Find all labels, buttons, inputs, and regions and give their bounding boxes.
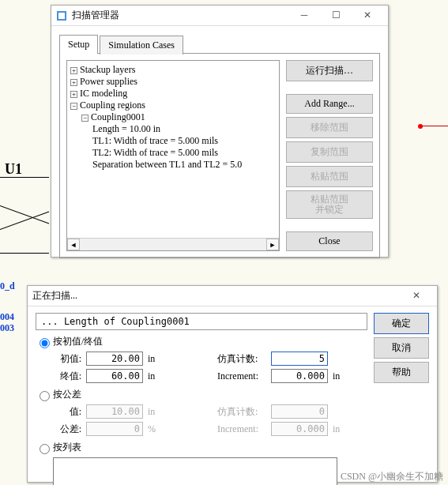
- radio-label: 按初值/终值: [53, 335, 103, 348]
- collapse-icon[interactable]: −: [70, 103, 77, 110]
- tab-simulation-cases[interactable]: Simulation Cases: [100, 36, 183, 55]
- ok-button[interactable]: 确定: [374, 313, 429, 334]
- radio-list[interactable]: 按列表: [36, 441, 367, 454]
- bg-r1: 004: [0, 311, 14, 323]
- bg-od: 0_d: [0, 280, 15, 292]
- unit-pct: %: [148, 423, 165, 435]
- close-panel-button[interactable]: Close: [286, 231, 373, 251]
- simcount-label: 仿真计数:: [217, 405, 266, 419]
- paste-lock-button[interactable]: 粘贴范围 并锁定: [286, 190, 373, 219]
- tree-leaf[interactable]: Length = 10.00 in: [92, 123, 160, 134]
- svg-rect-1: [58, 13, 65, 19]
- copy-range-button[interactable]: 复制范围: [286, 141, 373, 163]
- scan-manager-window: 扫描管理器 ─ ☐ ✕ Setup Simulation Cases +Stac…: [51, 5, 389, 258]
- radio-label: 按公差: [53, 388, 81, 401]
- scroll-right-icon[interactable]: ►: [266, 239, 279, 250]
- tree-view[interactable]: +Stackup layers +Power supplies +IC mode…: [67, 61, 279, 238]
- init-label: 初值:: [53, 352, 81, 366]
- maximize-button[interactable]: ☐: [320, 6, 352, 25]
- increment-label: Increment:: [217, 370, 266, 382]
- tolerance-fields: 值: in 仿真计数: 公差: % Increment: in: [53, 404, 367, 436]
- app-icon: [56, 10, 67, 21]
- tab-setup[interactable]: Setup: [59, 35, 98, 54]
- tree-node[interactable]: Power supplies: [80, 76, 137, 87]
- tree-node[interactable]: Stackup layers: [80, 64, 135, 75]
- increment-input[interactable]: [271, 369, 328, 383]
- init-input[interactable]: [86, 352, 143, 366]
- run-scan-button[interactable]: 运行扫描…: [286, 60, 373, 81]
- remove-range-button[interactable]: 移除范围: [286, 117, 373, 138]
- close-button[interactable]: ✕: [401, 286, 432, 306]
- increment2-input: [271, 422, 328, 436]
- radio-tolerance-input[interactable]: [40, 391, 50, 401]
- end-label: 终值:: [53, 370, 81, 383]
- horizontal-scrollbar[interactable]: ◄ ►: [67, 238, 279, 250]
- radio-tolerance[interactable]: 按公差: [36, 388, 367, 401]
- collapse-icon[interactable]: −: [81, 115, 88, 122]
- tree-leaf[interactable]: TL1: Width of trace = 5.000 mils: [92, 135, 218, 146]
- minimize-button[interactable]: ─: [288, 6, 320, 25]
- side-buttons: 运行扫描… Add Range... 移除范围 复制范围 粘贴范围 粘贴范围 并…: [286, 60, 373, 251]
- titlebar: 扫描管理器 ─ ☐ ✕: [51, 6, 388, 26]
- tree-node[interactable]: IC modeling: [80, 88, 127, 99]
- radio-label: 按列表: [53, 441, 81, 454]
- unit-in: in: [148, 353, 165, 365]
- radio-init-end-input[interactable]: [40, 338, 50, 348]
- expand-icon[interactable]: +: [70, 79, 77, 86]
- unit-in: in: [333, 370, 350, 382]
- val-label: 值:: [53, 405, 81, 419]
- bg-wire: [0, 177, 49, 178]
- close-button[interactable]: ✕: [352, 6, 383, 25]
- scroll-track[interactable]: [80, 239, 266, 250]
- scanning-dialog: 正在扫描... ✕ ... Length of Coupling0001 按初值…: [27, 285, 438, 483]
- dialog-title: 正在扫描...: [32, 289, 401, 303]
- radio-init-end[interactable]: 按初值/终值: [36, 335, 367, 348]
- tree-leaf[interactable]: Separation between TL1 and TL2 = 5.0: [92, 159, 242, 170]
- tab-body: +Stackup layers +Power supplies +IC mode…: [59, 53, 380, 258]
- unit-in: in: [333, 423, 350, 435]
- scroll-left-icon[interactable]: ◄: [67, 239, 80, 250]
- titlebar: 正在扫描... ✕: [28, 286, 437, 306]
- init-end-fields: 初值: in 仿真计数: 终值: in Increment: in: [53, 352, 367, 383]
- tree-leaf[interactable]: TL2: Width of trace = 5.000 mils: [92, 147, 218, 158]
- bg-wire: [0, 253, 49, 254]
- status-box: ... Length of Coupling0001: [36, 313, 367, 330]
- unit-in: in: [148, 370, 165, 382]
- tree-panel: +Stackup layers +Power supplies +IC mode…: [66, 60, 280, 251]
- tol-label: 公差:: [53, 423, 81, 436]
- dialog-body: ... Length of Coupling0001 按初值/终值 初值: in…: [28, 306, 437, 482]
- watermark: CSDN @小幽余生不加糖: [341, 470, 443, 483]
- tol-input: [86, 422, 143, 436]
- red-node: [418, 124, 423, 129]
- simcount2-input: [271, 404, 328, 419]
- left-column: ... Length of Coupling0001 按初值/终值 初值: in…: [36, 313, 367, 477]
- expand-icon[interactable]: +: [70, 67, 77, 74]
- help-button[interactable]: 帮助: [374, 362, 429, 383]
- tab-strip: Setup Simulation Cases: [59, 34, 380, 53]
- end-input[interactable]: [86, 369, 143, 383]
- simcount-input[interactable]: [271, 352, 328, 366]
- increment-label: Increment:: [217, 423, 266, 435]
- tree-node[interactable]: Coupling0001: [91, 111, 145, 122]
- tree-node[interactable]: Coupling regions: [80, 100, 145, 111]
- add-range-button[interactable]: Add Range...: [286, 94, 373, 114]
- paste-range-button[interactable]: 粘贴范围: [286, 166, 373, 187]
- window-title: 扫描管理器: [72, 9, 288, 22]
- simcount-label: 仿真计数:: [217, 352, 266, 366]
- cancel-button[interactable]: 取消: [374, 337, 429, 359]
- unit-in: in: [148, 406, 165, 418]
- val-input: [86, 404, 143, 419]
- bg-u1: U1: [5, 161, 22, 178]
- radio-list-input[interactable]: [40, 444, 50, 454]
- list-box[interactable]: [53, 457, 337, 485]
- bg-wire-red: [420, 126, 448, 126]
- bg-r2: 003: [0, 322, 14, 334]
- right-column: 确定 取消 帮助: [374, 313, 429, 477]
- expand-icon[interactable]: +: [70, 91, 77, 98]
